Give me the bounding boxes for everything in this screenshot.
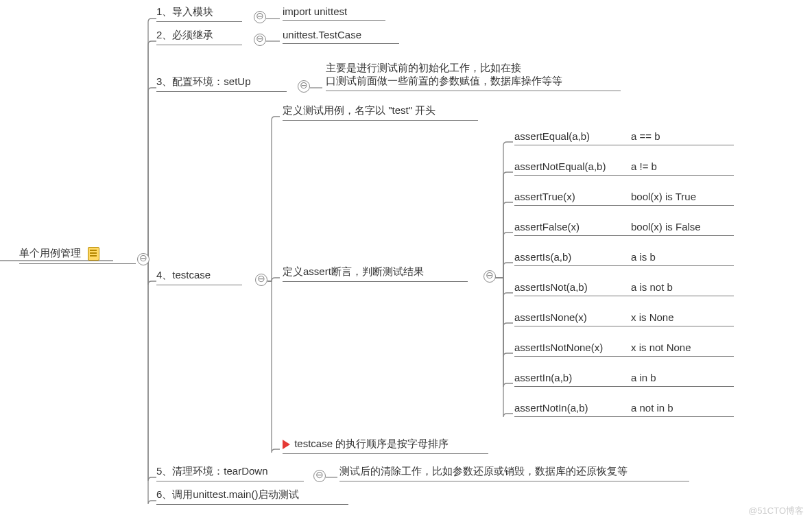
- assert-row: assertNotEqual(a,b)a != b: [514, 160, 734, 176]
- assert-meaning: x is None: [631, 311, 727, 323]
- assert-method: assertFalse(x): [514, 221, 631, 233]
- assert-meaning: a != b: [631, 160, 727, 172]
- node-import-detail: import unittest: [283, 5, 385, 21]
- assert-meaning: a == b: [631, 130, 727, 142]
- node-testcase-order: testcase 的执行顺序是按字母排序: [283, 438, 488, 454]
- assert-method: assertIsNone(x): [514, 311, 631, 323]
- assert-method: assertNotEqual(a,b): [514, 160, 631, 172]
- collapse-icon-n3[interactable]: ⊖: [298, 80, 310, 93]
- root-node: 单个用例管理: [19, 247, 136, 264]
- assert-row: assertNotIn(a,b)a not in b: [514, 402, 734, 417]
- node-import-module: 1、导入模块: [156, 5, 242, 22]
- assert-row: assertTrue(x)bool(x) is True: [514, 191, 734, 206]
- assert-method: assertIsNot(a,b): [514, 281, 631, 293]
- assert-method: assertEqual(a,b): [514, 130, 631, 142]
- assert-row: assertFalse(x)bool(x) is False: [514, 221, 734, 236]
- assert-row: assertIsNot(a,b)a is not b: [514, 281, 734, 296]
- collapse-icon-assert[interactable]: ⊖: [483, 270, 496, 283]
- collapse-icon-n5[interactable]: ⊖: [313, 470, 326, 482]
- setup-detail-line2: 口测试前面做一些前置的参数赋值，数据库操作等等: [326, 75, 621, 88]
- setup-detail-line1: 主要是进行测试前的初始化工作，比如在接: [326, 62, 621, 75]
- assert-method: assertNotIn(a,b): [514, 402, 631, 414]
- node-inherit-detail: unittest.TestCase: [283, 29, 399, 44]
- assert-row: assertIn(a,b)a in b: [514, 372, 734, 387]
- node-teardown-detail: 测试后的清除工作，比如参数还原或销毁，数据库的还原恢复等: [339, 465, 689, 481]
- assert-method: assertIsNotNone(x): [514, 342, 631, 353]
- node-main: 6、调用unittest.main()启动测试: [156, 488, 348, 505]
- node-testcase: 4、testcase: [156, 269, 242, 285]
- node-teardown: 5、清理环境：tearDown: [156, 465, 304, 481]
- assert-meaning: a in b: [631, 372, 727, 383]
- testcase-order-text: testcase 的执行顺序是按字母排序: [294, 438, 449, 449]
- collapse-icon-n2[interactable]: ⊖: [254, 34, 266, 46]
- node-define-testcase: 定义测试用例，名字以 "test" 开头: [283, 104, 478, 121]
- collapse-icon-n4[interactable]: ⊖: [255, 274, 267, 286]
- node-define-assert: 定义assert断言，判断测试结果: [283, 265, 468, 282]
- node-inherit: 2、必须继承: [156, 29, 242, 45]
- watermark: @51CTO博客: [748, 505, 804, 517]
- collapse-icon-root[interactable]: ⊖: [137, 253, 150, 265]
- assert-row: assertIsNotNone(x)x is not None: [514, 342, 734, 357]
- collapse-icon-n1[interactable]: ⊖: [254, 11, 266, 23]
- assert-method: assertIs(a,b): [514, 251, 631, 263]
- assert-meaning: a is not b: [631, 281, 727, 293]
- assert-method: assertIn(a,b): [514, 372, 631, 383]
- node-setup-detail: 主要是进行测试前的初始化工作，比如在接 口测试前面做一些前置的参数赋值，数据库操…: [326, 62, 621, 91]
- assert-row: assertIsNone(x)x is None: [514, 311, 734, 326]
- assert-row: assertEqual(a,b)a == b: [514, 130, 734, 145]
- assert-row: assertIs(a,b)a is b: [514, 251, 734, 266]
- assert-meaning: x is not None: [631, 342, 727, 353]
- root-label: 单个用例管理: [19, 247, 81, 259]
- flag-icon: [283, 440, 290, 449]
- note-icon: [88, 247, 99, 261]
- node-setup: 3、配置环境：setUp: [156, 75, 287, 92]
- assert-meaning: bool(x) is True: [631, 191, 727, 202]
- assert-meaning: a not in b: [631, 402, 727, 414]
- assert-meaning: bool(x) is False: [631, 221, 727, 233]
- assert-meaning: a is b: [631, 251, 727, 263]
- assert-method: assertTrue(x): [514, 191, 631, 202]
